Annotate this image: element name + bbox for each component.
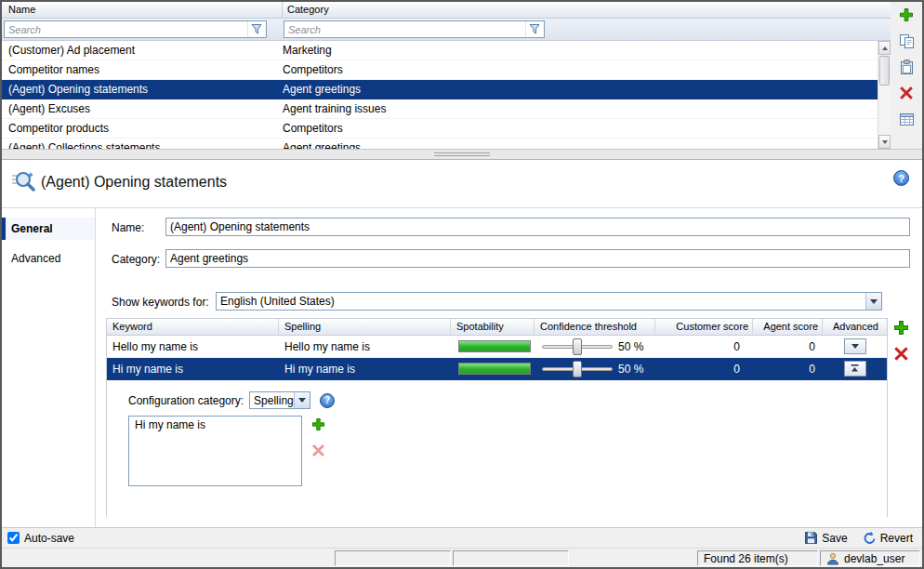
list-row[interactable]: Competitor products Competitors	[2, 119, 878, 139]
paste-button[interactable]	[897, 58, 916, 76]
col-keyword[interactable]: Keyword	[107, 319, 279, 335]
save-actions: Save Revert	[804, 531, 913, 545]
list-row[interactable]: (Customer) Ad placement Marketing	[2, 41, 878, 60]
keyword-table-header: Keyword Spelling Spotability Confidence …	[107, 319, 887, 336]
help-glyph: ?	[324, 395, 330, 405]
slider-thumb[interactable]	[573, 338, 582, 355]
configuration-category-select[interactable]: Spellings	[249, 391, 310, 409]
col-agent-score[interactable]: Agent score	[753, 319, 823, 335]
name-label: Name:	[112, 221, 144, 234]
splitter-grip-icon	[434, 152, 490, 156]
name-search-input[interactable]	[5, 24, 247, 35]
confidence-cell: 50 %	[535, 338, 655, 355]
category-search-box	[284, 20, 545, 38]
revert-button[interactable]: Revert	[863, 531, 913, 545]
category-search-input[interactable]	[284, 24, 525, 35]
add-keyword-button[interactable]	[893, 320, 910, 337]
keyword-row-selected[interactable]: Hi my name is Hi my name is 50 % 0 0	[107, 358, 887, 380]
keyword-set-icon	[9, 169, 35, 195]
confidence-slider[interactable]	[542, 338, 613, 355]
spelling-item[interactable]: Hi my name is	[129, 417, 301, 433]
name-field[interactable]	[165, 218, 910, 236]
revert-label: Revert	[880, 532, 913, 545]
advanced-cell	[823, 361, 887, 377]
list-row[interactable]: (Agent) Collections statements Agent gre…	[2, 139, 878, 149]
delete-keyword-button[interactable]	[893, 346, 910, 363]
summary-grid-button[interactable]	[897, 110, 916, 128]
row-name: (Agent) Collections statements	[2, 141, 278, 149]
delete-x-icon	[893, 346, 909, 362]
row-name: (Agent) Excuses	[2, 102, 278, 115]
found-items-status: Found 26 item(s)	[697, 550, 818, 566]
delete-spelling-button[interactable]	[311, 443, 326, 458]
scroll-down-button[interactable]	[878, 135, 891, 149]
list-row[interactable]: Competitor names Competitors	[2, 60, 878, 80]
row-category: Agent greetings	[278, 83, 878, 96]
row-name: Competitor products	[2, 122, 278, 135]
list-row[interactable]: (Agent) Excuses Agent training issues	[2, 99, 878, 119]
confidence-slider[interactable]	[542, 361, 613, 377]
row-name: Competitor names	[2, 63, 278, 76]
confidence-cell: 50 %	[535, 361, 655, 377]
status-segment	[335, 550, 451, 566]
agent-score-cell: 0	[753, 363, 823, 376]
keyword-row[interactable]: Hello my name is Hello my name is 50 % 0…	[107, 336, 887, 358]
column-header-name[interactable]: Name	[2, 2, 283, 18]
copy-button[interactable]	[897, 32, 916, 50]
delete-keyword-set-button[interactable]	[897, 84, 916, 102]
column-header-category[interactable]: Category	[283, 2, 891, 18]
advanced-expand-button[interactable]	[844, 338, 866, 354]
customer-score-cell: 0	[655, 340, 753, 353]
detail-panel: (Agent) Opening statements ? General Adv…	[2, 160, 922, 527]
configuration-row: Configuration category: Spellings ?	[128, 391, 335, 409]
save-label: Save	[822, 532, 847, 545]
list-column-headers: Name Category	[2, 2, 891, 19]
col-confidence[interactable]: Confidence threshold	[535, 319, 655, 335]
tab-advanced[interactable]: Advanced	[2, 247, 95, 270]
row-category: Competitors	[278, 63, 878, 76]
add-spelling-button[interactable]	[311, 417, 326, 432]
list-scrollbar[interactable]	[878, 41, 891, 149]
row-category: Competitors	[278, 122, 878, 135]
scroll-up-button[interactable]	[878, 41, 891, 55]
spotability-cell	[451, 363, 535, 375]
name-search-box	[4, 20, 267, 38]
autosave-bar: Auto-save Save Revert	[2, 527, 922, 548]
col-customer-score[interactable]: Customer score	[655, 319, 753, 335]
tab-general[interactable]: General	[2, 218, 95, 240]
spotability-bar	[458, 363, 531, 375]
filter-icon[interactable]	[247, 21, 266, 37]
list-row-selected[interactable]: (Agent) Opening statements Agent greetin…	[2, 80, 878, 99]
col-spotability[interactable]: Spotability	[451, 319, 535, 335]
advanced-collapse-button[interactable]	[844, 361, 866, 377]
slider-thumb[interactable]	[573, 361, 582, 377]
user-status: devlab_user	[820, 550, 920, 566]
save-button[interactable]: Save	[804, 531, 847, 545]
status-segment	[453, 550, 569, 566]
chevron-down-icon[interactable]	[865, 293, 881, 310]
plus-icon	[311, 417, 325, 431]
revert-arrow-icon	[863, 531, 877, 545]
plus-icon	[899, 7, 914, 22]
filter-icon[interactable]	[525, 21, 544, 37]
help-icon[interactable]: ?	[320, 393, 335, 408]
chevron-down-icon[interactable]	[294, 392, 310, 408]
col-spelling[interactable]: Spelling	[279, 319, 451, 335]
spotability-cell	[451, 340, 535, 352]
username-text: devlab_user	[844, 552, 904, 565]
spelling-listbox[interactable]: Hi my name is	[128, 416, 302, 486]
auto-save-checkbox[interactable]	[7, 532, 20, 544]
autosave-toggle[interactable]: Auto-save	[7, 532, 74, 545]
category-field[interactable]	[165, 249, 910, 268]
row-name: (Customer) Ad placement	[2, 44, 278, 57]
help-icon[interactable]: ?	[893, 170, 909, 186]
spelling-cell: Hi my name is	[279, 363, 451, 376]
add-keyword-set-button[interactable]	[897, 6, 916, 24]
splitter-handle[interactable]	[2, 149, 922, 160]
autosave-label: Auto-save	[24, 532, 74, 545]
list-toolbar	[891, 2, 922, 149]
confidence-value: 50 %	[618, 363, 643, 376]
language-select[interactable]: English (United States)	[216, 292, 882, 311]
col-advanced[interactable]: Advanced	[823, 319, 887, 335]
scrollbar-thumb[interactable]	[879, 56, 890, 86]
